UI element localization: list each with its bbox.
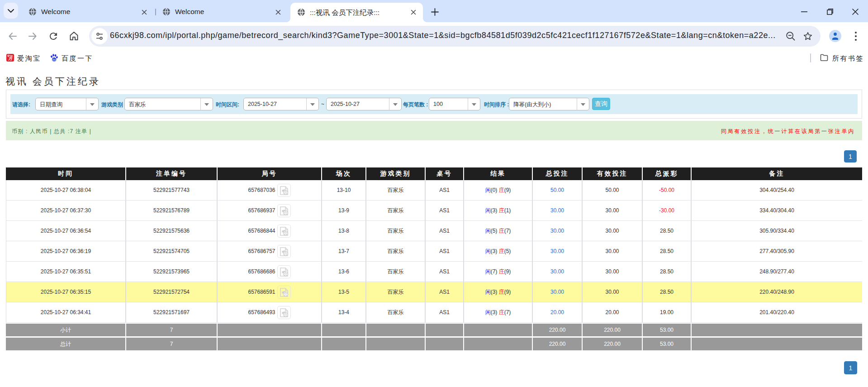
svg-text:du: du (52, 58, 56, 61)
